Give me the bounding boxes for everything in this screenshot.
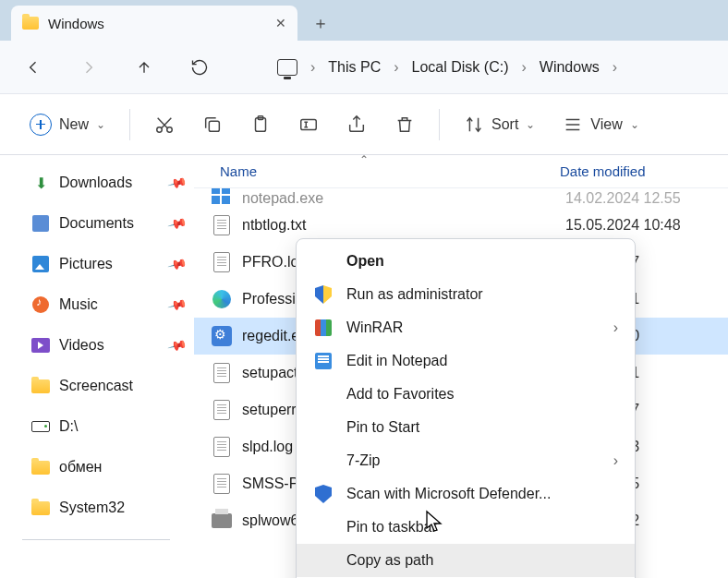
breadcrumb[interactable]: › This PC › Local Disk (C:) › Windows › [277, 59, 617, 76]
text-file-icon [213, 400, 230, 420]
pin-icon: 📌 [166, 335, 188, 355]
sidebar-item-obmen[interactable]: обмен [31, 449, 185, 486]
sort-button[interactable]: Sort ⌄ [455, 106, 544, 143]
column-headers[interactable]: Name Date modified [194, 155, 728, 188]
sidebar-item-screencast[interactable]: Screencast [31, 367, 185, 404]
svg-point-1 [167, 126, 173, 132]
back-button[interactable] [18, 53, 48, 82]
folder-icon [22, 17, 39, 30]
refresh-button[interactable] [185, 53, 214, 82]
text-file-icon [213, 215, 230, 235]
crumb-this-pc[interactable]: This PC [328, 59, 381, 76]
sidebar-item-downloads[interactable]: ⬇ Downloads 📌 [31, 164, 185, 201]
notepad-icon [315, 353, 332, 369]
svg-point-0 [157, 126, 163, 132]
text-file-icon [213, 363, 230, 383]
text-file-icon [213, 252, 230, 272]
forward-button[interactable] [74, 53, 103, 82]
crumb-drive[interactable]: Local Disk (C:) [412, 59, 509, 76]
context-menu-item[interactable]: Edit in Notepad [297, 344, 635, 378]
folder-icon [31, 461, 50, 475]
context-menu-item[interactable]: Scan with Microsoft Defender... [297, 477, 635, 511]
context-menu-item[interactable]: Add to Favorites [297, 378, 635, 411]
drive-icon [31, 421, 50, 432]
context-menu-item[interactable]: Run as administrator [297, 278, 635, 311]
videos-icon [31, 338, 50, 353]
up-button[interactable] [129, 53, 159, 82]
new-button[interactable]: New ⌄ [20, 106, 115, 143]
chevron-down-icon: ⌄ [526, 118, 535, 131]
pictures-icon [32, 256, 49, 272]
document-icon [32, 215, 49, 232]
svg-rect-2 [209, 121, 219, 131]
folder-icon [31, 501, 50, 515]
pc-icon [277, 59, 297, 76]
paste-button[interactable] [241, 106, 280, 143]
file-name: ntbtlog.txt [242, 217, 556, 234]
close-icon[interactable]: ✕ [275, 16, 286, 30]
chevron-right-icon[interactable]: › [394, 59, 398, 76]
rename-button[interactable] [289, 106, 328, 143]
text-file-icon [213, 437, 230, 457]
pin-icon: 📌 [166, 213, 188, 234]
toolbar: New ⌄ Sort ⌄ View ⌄ [0, 94, 728, 155]
crumb-folder[interactable]: Windows [540, 59, 600, 76]
sidebar-item-music[interactable]: Music 📌 [31, 286, 185, 323]
shield-icon [315, 285, 332, 304]
chevron-right-icon: › [613, 452, 618, 469]
chevron-down-icon: ⌄ [96, 118, 105, 131]
file-row[interactable]: notepad.exe14.02.2024 12.55 [194, 188, 728, 207]
chevron-right-icon: › [613, 319, 618, 336]
sidebar-item-documents[interactable]: Documents 📌 [31, 205, 185, 242]
chevron-right-icon[interactable]: › [613, 59, 617, 76]
folder-icon [31, 379, 50, 393]
new-tab-button[interactable]: ＋ [305, 6, 336, 41]
sidebar-item-videos[interactable]: Videos 📌 [31, 327, 185, 364]
tab-title: Windows [48, 16, 266, 31]
file-name: notepad.exe [242, 190, 556, 207]
chevron-down-icon: ⌄ [630, 118, 639, 131]
regedit-icon [212, 326, 232, 346]
tab-bar: Windows ✕ ＋ [0, 0, 728, 41]
pin-icon: 📌 [166, 254, 188, 274]
sidebar-item-system32[interactable]: System32 [31, 489, 185, 526]
sidebar-item-drive-d[interactable]: D:\ [31, 408, 185, 445]
file-date: 15.05.2024 10:48 [565, 217, 681, 234]
music-icon [32, 296, 49, 313]
tab-windows[interactable]: Windows ✕ [11, 6, 297, 41]
copy-button[interactable] [193, 106, 232, 143]
printer-icon [212, 513, 232, 528]
context-menu-item[interactable]: Copy as path [297, 544, 635, 577]
sidebar-item-pictures[interactable]: Pictures 📌 [31, 246, 185, 283]
svg-rect-5 [301, 119, 317, 129]
edge-icon [212, 290, 231, 308]
view-button[interactable]: View ⌄ [553, 106, 648, 143]
pin-icon: 📌 [166, 295, 188, 315]
context-menu-item[interactable]: Pin to taskbar [297, 511, 635, 544]
column-date[interactable]: Date modified [560, 163, 728, 179]
sidebar: ⬇ Downloads 📌 Documents 📌 Pictures 📌 Mus… [0, 155, 194, 578]
text-file-icon [213, 474, 230, 494]
cut-button[interactable] [145, 106, 184, 143]
context-menu-item[interactable]: Pin to Start [297, 411, 635, 444]
context-menu-item[interactable]: Open [297, 245, 635, 278]
pin-icon: 📌 [166, 173, 188, 193]
column-name[interactable]: Name [220, 163, 560, 179]
nav-bar: › This PC › Local Disk (C:) › Windows › [0, 41, 728, 94]
context-menu-item[interactable]: 7-Zip› [297, 444, 635, 477]
exe-icon [212, 188, 232, 206]
shield-icon [315, 485, 332, 503]
delete-button[interactable] [385, 106, 424, 143]
share-button[interactable] [337, 106, 376, 143]
context-menu: OpenRun as administratorWinRAR›Edit in N… [296, 238, 636, 578]
plus-circle-icon [30, 114, 52, 136]
sidebar-divider [22, 539, 170, 540]
file-date: 14.02.2024 12.55 [565, 190, 681, 207]
chevron-right-icon[interactable]: › [521, 59, 526, 76]
context-menu-item[interactable]: WinRAR› [297, 311, 635, 344]
winrar-icon [315, 319, 332, 336]
chevron-right-icon[interactable]: › [310, 59, 315, 76]
download-icon: ⬇ [31, 175, 50, 191]
